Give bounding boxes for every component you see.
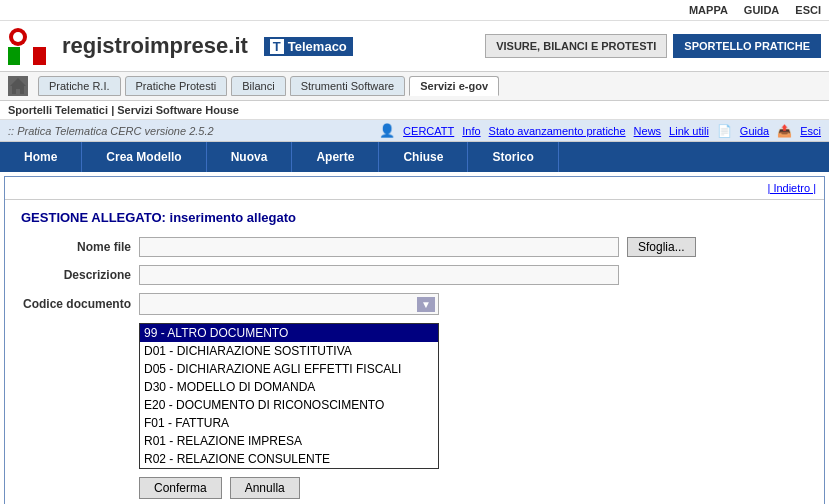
info-link[interactable]: Info bbox=[462, 125, 480, 137]
esci-icon: 📤 bbox=[777, 124, 792, 138]
nome-file-row: Nome file Sfoglia... bbox=[21, 237, 808, 257]
svg-point-2 bbox=[13, 32, 23, 42]
breadcrumb-left: Sportelli Telematici bbox=[8, 104, 108, 116]
home-svg bbox=[8, 76, 28, 96]
esci-link[interactable]: ESCI bbox=[795, 4, 821, 16]
dropdown-item-d05[interactable]: D05 - DICHIARAZIONE AGLI EFFETTI FISCALI bbox=[140, 360, 438, 378]
dropdown-item-d01[interactable]: D01 - DICHIARAZIONE SOSTITUTIVA bbox=[140, 342, 438, 360]
section-title: GESTIONE ALLEGATO: inserimento allegato bbox=[21, 210, 808, 225]
dropdown-item-e20[interactable]: E20 - DOCUMENTO DI RICONOSCIMENTO bbox=[140, 396, 438, 414]
logo-text: registroimprese.it bbox=[62, 33, 248, 59]
form-section: GESTIONE ALLEGATO: inserimento allegato … bbox=[5, 200, 824, 504]
svg-rect-3 bbox=[8, 47, 20, 65]
header: registroimprese.it T Telemaco VISURE, BI… bbox=[0, 21, 829, 72]
stato-avanzamento-link[interactable]: Stato avanzamento pratiche bbox=[489, 125, 626, 137]
dropdown-list[interactable]: 99 - ALTRO DOCUMENTO D01 - DICHIARAZIONE… bbox=[139, 323, 439, 469]
cercatt-link[interactable]: CERCATT bbox=[403, 125, 454, 137]
indietro-link[interactable]: | Indietro | bbox=[767, 182, 816, 194]
nav-tabs: Pratiche R.I. Pratiche Protesti Bilanci … bbox=[0, 72, 829, 101]
conferma-button[interactable]: Conferma bbox=[139, 477, 222, 499]
tab-pratiche-protesti[interactable]: Pratiche Protesti bbox=[125, 76, 228, 96]
mappa-link[interactable]: MAPPA bbox=[689, 4, 728, 16]
svg-rect-5 bbox=[33, 47, 46, 65]
dropdown-item-header[interactable]: 99 - ALTRO DOCUMENTO bbox=[140, 324, 438, 342]
flag-logo-icon bbox=[8, 27, 46, 65]
nome-file-input[interactable] bbox=[139, 237, 619, 257]
news-link[interactable]: News bbox=[634, 125, 662, 137]
esci-link2[interactable]: Esci bbox=[800, 125, 821, 137]
buttons-row: Conferma Annulla bbox=[139, 477, 808, 499]
dropdown-item-f01[interactable]: F01 - FATTURA bbox=[140, 414, 438, 432]
nav-chiuse[interactable]: Chiuse bbox=[379, 142, 468, 172]
logo-area: registroimprese.it T Telemaco bbox=[8, 27, 353, 65]
guida-icon: 📄 bbox=[717, 124, 732, 138]
svg-marker-6 bbox=[10, 78, 26, 94]
nav-home[interactable]: Home bbox=[0, 142, 82, 172]
subtitle-version: :: Pratica Telematica CERC versione 2.5.… bbox=[8, 125, 214, 137]
indietro-bar: | Indietro | bbox=[5, 177, 824, 200]
breadcrumb-bar: Sportelli Telematici | Servizi Software … bbox=[0, 101, 829, 120]
subtitle-bar: :: Pratica Telematica CERC versione 2.5.… bbox=[0, 120, 829, 142]
descrizione-row: Descrizione bbox=[21, 265, 808, 285]
main-nav: Home Crea Modello Nuova Aperte Chiuse St… bbox=[0, 142, 829, 172]
nav-aperte[interactable]: Aperte bbox=[292, 142, 379, 172]
breadcrumb: Sportelli Telematici | Servizi Software … bbox=[8, 104, 239, 116]
select-arrow-icon: ▼ bbox=[417, 297, 435, 312]
visure-button[interactable]: VISURE, BILANCI E PROTESTI bbox=[485, 34, 667, 58]
nav-crea-modello[interactable]: Crea Modello bbox=[82, 142, 206, 172]
svg-rect-4 bbox=[20, 47, 33, 65]
nav-nuova[interactable]: Nuova bbox=[207, 142, 293, 172]
descrizione-input[interactable] bbox=[139, 265, 619, 285]
codice-documento-label: Codice documento bbox=[21, 297, 131, 311]
tab-servizi-egov[interactable]: Servizi e-gov bbox=[409, 76, 499, 96]
header-buttons: VISURE, BILANCI E PROTESTI SPORTELLO PRA… bbox=[485, 34, 821, 58]
nome-file-label: Nome file bbox=[21, 240, 131, 254]
telemaco-label: Telemaco bbox=[288, 39, 347, 54]
top-bar: MAPPA GUIDA ESCI bbox=[0, 0, 829, 21]
descrizione-label: Descrizione bbox=[21, 268, 131, 282]
telemaco-badge: T Telemaco bbox=[264, 37, 353, 56]
telemaco-t-icon: T bbox=[270, 39, 284, 54]
subtitle-links: 👤 CERCATT Info Stato avanzamento pratich… bbox=[379, 123, 821, 138]
link-utili-link[interactable]: Link utili bbox=[669, 125, 709, 137]
dropdown-item-r02[interactable]: R02 - RELAZIONE CONSULENTE bbox=[140, 450, 438, 468]
tab-strumenti-software[interactable]: Strumenti Software bbox=[290, 76, 406, 96]
tab-pratiche-ri[interactable]: Pratiche R.I. bbox=[38, 76, 121, 96]
guida-link[interactable]: GUIDA bbox=[744, 4, 779, 16]
home-icon[interactable] bbox=[8, 76, 28, 96]
sfoglia-button[interactable]: Sfoglia... bbox=[627, 237, 696, 257]
logo-icon bbox=[8, 27, 46, 65]
content-frame: | Indietro | GESTIONE ALLEGATO: inserime… bbox=[4, 176, 825, 504]
guida-link2[interactable]: Guida bbox=[740, 125, 769, 137]
dropdown-item-r01[interactable]: R01 - RELAZIONE IMPRESA bbox=[140, 432, 438, 450]
tab-bilanci[interactable]: Bilanci bbox=[231, 76, 285, 96]
codice-documento-row: Codice documento ▼ bbox=[21, 293, 808, 315]
user-icon: 👤 bbox=[379, 123, 395, 138]
breadcrumb-right: Servizi Software House bbox=[117, 104, 239, 116]
dropdown-item-d30[interactable]: D30 - MODELLO DI DOMANDA bbox=[140, 378, 438, 396]
sportello-button[interactable]: SPORTELLO PRATICHE bbox=[673, 34, 821, 58]
nav-storico[interactable]: Storico bbox=[468, 142, 558, 172]
codice-documento-select[interactable]: ▼ bbox=[139, 293, 439, 315]
annulla-button[interactable]: Annulla bbox=[230, 477, 300, 499]
